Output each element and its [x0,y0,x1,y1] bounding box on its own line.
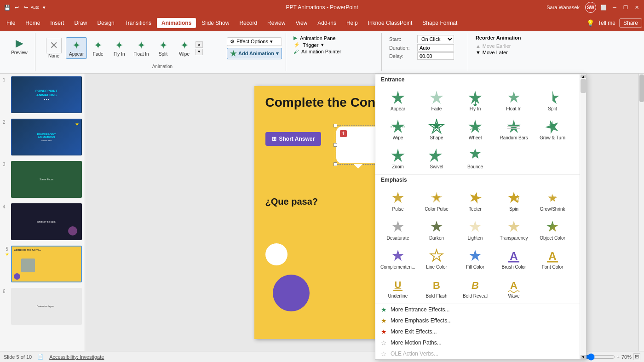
restore-icon[interactable]: ❐ [622,4,629,11]
entrance-float-in[interactable]: Float In [495,86,533,115]
move-earlier-button[interactable]: ▲ Move Earlier [476,43,533,49]
menu-item-inknoe[interactable]: Inknoe ClassPoint [363,18,417,28]
entrance-swivel[interactable]: Swivel [418,144,455,172]
menu-item-insert[interactable]: Insert [46,18,69,28]
slide-thumb-1[interactable]: 1 POWERPOINTANIMATIONS ● ● ● [2,75,83,114]
trigger-button[interactable]: Trigger [303,42,318,48]
effect-options-button[interactable]: ⚙ Effect Options ▾ [227,37,282,46]
slide-thumb-3[interactable]: 3 Starter Focus [2,160,83,199]
emphasis-grow-shrink[interactable]: Grow/Shrink [534,187,571,215]
preview-button[interactable]: ▶ Preview [7,35,31,57]
emphasis-bold-reveal[interactable]: B Bold Reveal [456,274,494,302]
tell-me-label[interactable]: Tell me [598,20,615,26]
emphasis-line-color[interactable]: Line Color [418,245,455,273]
trigger-dropdown-icon[interactable]: ▾ [321,42,324,48]
anim-flyin-button[interactable]: ✦ Fly In [109,37,129,59]
emphasis-fill-color[interactable]: Fill Color [456,245,494,273]
ribbon-toggle-icon[interactable]: ⬜ [600,4,607,11]
dropdown-icon[interactable]: ▾ [40,4,48,11]
scroll-up-button[interactable]: ▲ [196,41,203,48]
fit-slide-button[interactable]: ⊞ [633,353,640,360]
animation-pane-button[interactable]: Animation Pane [300,35,336,41]
zoom-in-button[interactable]: + [617,354,620,360]
entrance-bounce[interactable]: Bounce [456,144,494,172]
anim-wipe-button[interactable]: ✦ Wipe [174,37,195,59]
duration-input[interactable] [417,44,454,52]
menu-item-animations[interactable]: Animations [157,18,196,28]
entrance-wipe[interactable]: Wipe [379,115,417,144]
emphasis-darken[interactable]: Darken [418,216,455,244]
emphasis-wave[interactable]: A Wave [495,274,533,302]
scroll-top-button[interactable]: ▲ [581,75,586,78]
move-later-button[interactable]: ▼ Move Later [476,50,533,55]
menu-item-draw[interactable]: Draw [69,18,92,28]
close-icon[interactable]: ✕ [633,4,640,11]
scroll-down-button[interactable]: ▼ [196,49,203,55]
entrance-random-bars[interactable]: Random Bars [495,115,533,144]
anim-fade-button[interactable]: ✦ Fade [88,37,108,59]
short-answer-button[interactable]: ⊞ Short Answer [265,132,322,146]
menu-item-file[interactable]: File [2,18,20,28]
entrance-appear[interactable]: Appear [379,86,417,115]
anim-none-button[interactable]: ✕ None [43,35,65,61]
undo-icon[interactable]: ↩ [13,4,20,11]
share-button[interactable]: Share [619,18,642,28]
emphasis-object-color[interactable]: Object Color [534,216,571,244]
accessibility-label[interactable]: Accessibility: Investigate [49,354,104,360]
entrance-zoom[interactable]: Zoom [379,144,417,172]
entrance-shape[interactable]: Shape [418,115,455,144]
emphasis-teeter[interactable]: Teeter [456,187,494,215]
emphasis-brush-color[interactable]: A Brush Color [495,245,533,273]
anim-floatin-button[interactable]: ✦ Float In [130,37,152,59]
more-entrance-button[interactable]: ★ More Entrance Effects... [375,304,580,315]
auto-save-icon[interactable]: Auto [31,4,39,11]
delay-input[interactable] [417,52,454,60]
dropdown-scrollbar[interactable]: ▲ ▼ [580,74,586,359]
emphasis-pulse[interactable]: Pulse [379,187,417,215]
entrance-wheel[interactable]: Wheel [456,115,494,144]
emphasis-font-color[interactable]: A Font Color [534,245,571,273]
more-exit-button[interactable]: ★ More Exit Effects... [375,326,580,337]
menu-item-slideshow[interactable]: Slide Show [197,18,234,28]
emphasis-transparency[interactable]: Transparency [495,216,533,244]
anim-split-button[interactable]: ✦ Split [153,37,173,59]
entrance-grow-turn[interactable]: Grow & Turn [534,115,571,144]
start-select[interactable]: On Click [417,35,454,43]
menu-item-record[interactable]: Record [235,18,262,28]
scrollbar-thumb[interactable] [639,75,644,102]
ole-action-button[interactable]: ☆ OLE Action Verbs... [375,348,580,359]
menu-item-shape-format[interactable]: Shape Format [418,18,462,28]
entrance-fade[interactable]: Fade [418,86,455,115]
emphasis-complementary[interactable]: Complementen... [379,245,417,273]
save-icon[interactable]: 💾 [4,4,11,11]
emphasis-bold-flash[interactable]: B Bold Flash [418,274,455,302]
slide-thumb-5[interactable]: 5★ Complete the Conv... [2,245,83,283]
notes-icon[interactable]: 📄 [37,354,44,360]
menu-item-view[interactable]: View [291,18,312,28]
canvas-scrollbar[interactable] [638,74,644,351]
slide-thumb-2[interactable]: 2 POWERPOINTANIMATIONS content here ★ [2,118,83,156]
redo-icon[interactable]: ↪ [22,4,29,11]
scroll-bottom-button[interactable]: ▼ [581,355,586,359]
menu-item-home[interactable]: Home [21,18,45,28]
entrance-split[interactable]: Split [534,86,571,115]
emphasis-underline[interactable]: U Underline [379,274,417,302]
more-emphasis-button[interactable]: ★ More Emphasis Effects... [375,315,580,326]
menu-item-transitions[interactable]: Transitions [120,18,156,28]
more-motion-button[interactable]: ☆ More Motion Paths... [375,337,580,348]
slide-thumb-6[interactable]: 6 Determine layout... [2,287,83,326]
anim-appear-button[interactable]: ✦ Appear [66,37,87,59]
menu-item-review[interactable]: Review [263,18,290,28]
minimize-icon[interactable]: ─ [611,4,618,11]
add-animation-button[interactable]: ★ Add Animation ▾ [227,48,282,59]
entrance-fly-in[interactable]: Fly In [456,86,494,115]
slide-thumb-4[interactable]: 4 What's in the data? [2,202,83,241]
user-avatar[interactable]: SW [585,2,596,13]
menu-item-design[interactable]: Design [92,18,119,28]
emphasis-color-pulse[interactable]: Color Pulse [418,187,455,215]
scrollbar-thumb-dropdown[interactable] [581,79,586,93]
emphasis-lighten[interactable]: Lighten [456,216,494,244]
menu-item-addins[interactable]: Add-ins [313,18,341,28]
emphasis-desaturate[interactable]: Desaturate [379,216,417,244]
animation-painter-button[interactable]: Animation Painter [301,49,341,54]
